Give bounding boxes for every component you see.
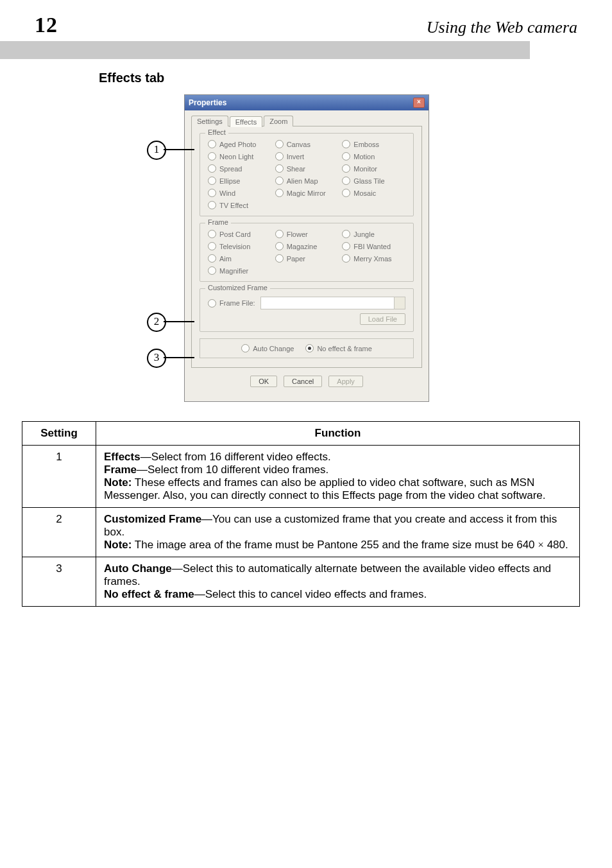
effect-group-title: Effect xyxy=(205,128,228,136)
frame-group-title: Frame xyxy=(205,218,231,226)
radio-icon xyxy=(342,164,350,173)
frame-option[interactable]: Jungle xyxy=(342,230,405,238)
dialog-titlebar: Properties × xyxy=(185,95,429,110)
radio-icon xyxy=(208,242,216,250)
radio-icon xyxy=(208,299,216,308)
frame-label: FBI Wanted xyxy=(353,243,391,250)
table-row: 1 Effects—Select from 16 different video… xyxy=(22,446,580,508)
note-term: Note: xyxy=(104,476,132,489)
row3-function: Auto Change—Select this to automatically… xyxy=(96,557,580,607)
mode-group: Auto Change No effect & frame xyxy=(200,338,414,358)
effects-desc: —Select from 16 different video effects. xyxy=(140,451,331,463)
note-desc-a: The image area of the frame must be Pant… xyxy=(132,539,534,551)
effect-option[interactable]: Monitor xyxy=(342,164,405,173)
effect-option[interactable]: Ellipse xyxy=(208,177,271,185)
frame-label: Post Card xyxy=(219,230,251,238)
effect-option[interactable]: Alien Map xyxy=(275,177,339,185)
callout-1-leader xyxy=(164,149,194,150)
radio-icon xyxy=(275,164,284,173)
frame-label: Paper xyxy=(287,255,305,263)
effect-option[interactable]: Emboss xyxy=(342,140,405,148)
auto-change-label: Auto Change xyxy=(253,345,294,352)
effect-label: Aged Photo xyxy=(219,141,257,148)
effect-option[interactable]: Spread xyxy=(208,164,271,173)
table-head-setting: Setting xyxy=(22,422,96,446)
effect-option[interactable]: Aged Photo xyxy=(208,140,271,148)
radio-icon xyxy=(305,344,314,352)
radio-icon xyxy=(208,266,216,275)
effect-label: Monitor xyxy=(353,165,377,173)
effect-option[interactable]: Canvas xyxy=(275,140,339,148)
effect-option[interactable]: Invert xyxy=(275,152,339,161)
effect-option[interactable]: Glass Tile xyxy=(342,177,405,185)
radio-icon xyxy=(275,140,284,148)
effect-option[interactable]: TV Effect xyxy=(208,201,271,209)
radio-icon xyxy=(342,230,350,238)
apply-button[interactable]: Apply xyxy=(328,376,363,387)
effect-group: Effect Aged Photo Canvas Emboss Neon Lig… xyxy=(200,133,414,216)
radio-icon xyxy=(241,344,250,352)
frame-file-radio[interactable]: Frame File: xyxy=(208,299,255,308)
settings-table: Setting Function 1 Effects—Select from 1… xyxy=(22,421,580,607)
radio-icon xyxy=(342,242,350,250)
frame-option[interactable]: Paper xyxy=(275,254,339,263)
row1-function: Effects—Select from 16 different video e… xyxy=(96,446,580,508)
effect-option[interactable]: Magic Mirror xyxy=(275,189,339,197)
radio-icon xyxy=(275,230,284,238)
no-effect-frame-desc: —Select this to cancel video effects and… xyxy=(194,588,427,600)
effect-label: Shear xyxy=(287,165,305,173)
row3-number: 3 xyxy=(22,557,96,607)
row2-function: Customized Frame—You can use a customize… xyxy=(96,508,580,557)
effect-option[interactable]: Neon Light xyxy=(208,152,271,161)
note-desc: These effects and frames can also be app… xyxy=(104,476,546,501)
frame-option[interactable]: Flower xyxy=(275,230,339,238)
effect-label: Invert xyxy=(287,153,305,161)
radio-icon xyxy=(275,152,284,161)
radio-icon xyxy=(208,152,216,161)
effect-label: Motion xyxy=(353,153,375,161)
load-file-button[interactable]: Load File xyxy=(360,313,405,325)
effects-term: Effects xyxy=(104,451,140,463)
chapter-title: Using the Web camera xyxy=(427,18,580,37)
ok-button[interactable]: OK xyxy=(250,376,277,387)
radio-icon xyxy=(208,230,216,238)
frame-file-input[interactable] xyxy=(260,297,405,309)
frame-label: Aim xyxy=(219,255,232,263)
auto-change-radio[interactable]: Auto Change xyxy=(241,344,294,352)
callout-2: 2 xyxy=(147,313,166,332)
frame-option[interactable]: Aim xyxy=(208,254,271,263)
tab-settings[interactable]: Settings xyxy=(191,116,228,126)
frame-desc: —Select from 10 different video frames. xyxy=(137,464,328,476)
effect-label: Wind xyxy=(219,189,235,197)
frame-option[interactable]: FBI Wanted xyxy=(342,242,405,250)
frame-option[interactable]: Post Card xyxy=(208,230,271,238)
close-icon[interactable]: × xyxy=(413,98,425,108)
cancel-button[interactable]: Cancel xyxy=(284,376,322,387)
times-glyph: × xyxy=(538,539,544,551)
frame-option[interactable]: Television xyxy=(208,242,271,250)
properties-dialog: Properties × Settings Effects Zoom Effec… xyxy=(184,94,429,402)
page-number: 12 xyxy=(22,13,58,37)
frame-option[interactable]: Magnifier xyxy=(208,266,271,275)
frame-option[interactable]: Magazine xyxy=(275,242,339,250)
frame-option[interactable]: Merry Xmas xyxy=(342,254,405,263)
radio-icon xyxy=(342,140,350,148)
frame-label: Television xyxy=(219,243,250,250)
frame-file-label: Frame File: xyxy=(219,299,255,307)
effect-label: Ellipse xyxy=(219,177,240,185)
frame-label: Flower xyxy=(287,230,308,238)
table-row: 3 Auto Change—Select this to automatical… xyxy=(22,557,580,607)
effect-option[interactable]: Motion xyxy=(342,152,405,161)
auto-change-term: Auto Change xyxy=(104,562,172,575)
effect-option[interactable]: Mosaic xyxy=(342,189,405,197)
tab-effects[interactable]: Effects xyxy=(230,116,262,127)
no-effect-radio[interactable]: No effect & frame xyxy=(305,344,371,352)
effect-option[interactable]: Shear xyxy=(275,164,339,173)
radio-icon xyxy=(208,164,216,173)
effect-label: Spread xyxy=(219,165,242,173)
radio-icon xyxy=(275,189,284,197)
radio-icon xyxy=(342,189,350,197)
effect-option[interactable]: Wind xyxy=(208,189,271,197)
effect-label: Magic Mirror xyxy=(287,189,326,197)
tab-zoom[interactable]: Zoom xyxy=(264,116,293,126)
